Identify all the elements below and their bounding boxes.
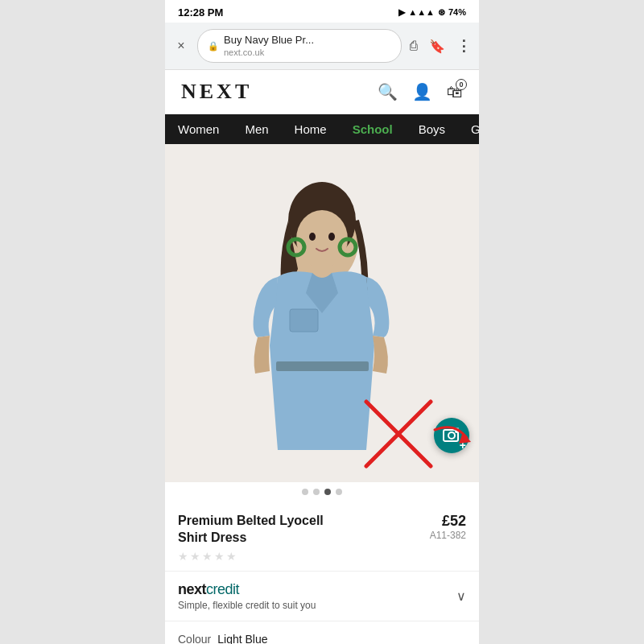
bookmark-icon[interactable]: 🔖 xyxy=(429,39,445,54)
status-icons: ▶ ▲▲▲ ⊛ 74% xyxy=(398,7,466,18)
image-dots xyxy=(165,482,479,502)
next-logo[interactable]: NEXT xyxy=(181,80,252,104)
nav-menu: Women Men Home School Boys Gir... xyxy=(165,114,479,144)
url-display: Buy Navy Blue Pr... next.co.uk xyxy=(224,34,391,58)
share-icon[interactable]: ⎙ xyxy=(410,39,418,53)
image-dot-2[interactable] xyxy=(313,489,320,495)
star-1: ★ xyxy=(178,550,188,563)
product-sku: A11-382 xyxy=(430,530,466,541)
next-credit-credit-part: credit xyxy=(206,581,239,597)
nav-item-home[interactable]: Home xyxy=(282,114,340,144)
nav-item-girls[interactable]: Gir... xyxy=(458,114,479,144)
svg-point-12 xyxy=(448,432,455,439)
product-price: £52 xyxy=(430,513,466,530)
browser-url-bar[interactable]: 🔒 Buy Navy Blue Pr... next.co.uk xyxy=(197,29,402,63)
star-4: ★ xyxy=(214,550,225,563)
next-credit-next-part: next xyxy=(178,581,206,597)
product-price-col: £52 A11-382 xyxy=(430,513,466,541)
star-5: ★ xyxy=(226,550,237,563)
svg-rect-5 xyxy=(290,309,318,332)
product-info: Premium Belted Lyocell Shirt Dress £52 A… xyxy=(165,502,479,572)
image-dot-1[interactable] xyxy=(302,489,308,495)
wifi-icon: ⊛ xyxy=(438,7,445,18)
browser-actions: ⎙ 🔖 ⋮ xyxy=(410,37,471,55)
svg-rect-6 xyxy=(276,361,369,371)
star-3: ★ xyxy=(202,550,213,563)
product-image[interactable]: + xyxy=(165,144,479,482)
nav-item-men[interactable]: Men xyxy=(232,114,281,144)
svg-point-9 xyxy=(309,233,316,241)
battery-icon: 74% xyxy=(448,7,466,17)
nav-item-school[interactable]: School xyxy=(340,114,406,144)
page-content: NEXT 🔍 👤 🛍 0 Women Men Home School Boys … xyxy=(165,70,479,644)
colour-label: Colour xyxy=(178,633,211,644)
colour-value: Light Blue xyxy=(217,633,267,644)
image-dot-4[interactable] xyxy=(336,489,342,495)
cart-icon-wrapper[interactable]: 🛍 0 xyxy=(447,83,463,101)
svg-point-10 xyxy=(328,233,335,241)
cart-badge: 0 xyxy=(456,79,467,90)
signal-icon: ▲▲▲ xyxy=(408,7,435,17)
site-header: NEXT 🔍 👤 🛍 0 xyxy=(165,70,479,114)
product-image-container: + xyxy=(165,144,479,502)
try-on-button[interactable]: + xyxy=(434,418,469,453)
product-title: Premium Belted Lyocell Shirt Dress xyxy=(178,513,351,547)
next-credit-bar[interactable]: nextcredit Simple, flexible credit to su… xyxy=(165,572,479,621)
browser-close-button[interactable]: × xyxy=(173,39,189,53)
browser-bar: × 🔒 Buy Navy Blue Pr... next.co.uk ⎙ 🔖 ⋮ xyxy=(165,23,479,70)
search-icon[interactable]: 🔍 xyxy=(378,82,398,101)
lock-icon: 🔒 xyxy=(208,41,219,52)
account-icon[interactable]: 👤 xyxy=(412,82,432,101)
play-icon: ▶ xyxy=(398,7,405,18)
next-credit-chevron[interactable]: ∨ xyxy=(456,588,466,604)
nav-item-women[interactable]: Women xyxy=(165,114,232,144)
next-credit-info: nextcredit Simple, flexible credit to su… xyxy=(178,581,316,611)
star-2: ★ xyxy=(190,550,200,563)
more-menu-icon[interactable]: ⋮ xyxy=(456,37,471,55)
product-stars: ★ ★ ★ ★ ★ xyxy=(178,550,466,563)
product-title-row: Premium Belted Lyocell Shirt Dress £52 A… xyxy=(178,513,466,547)
next-credit-description: Simple, flexible credit to suit you xyxy=(178,600,316,611)
header-icons: 🔍 👤 🛍 0 xyxy=(378,82,463,101)
status-bar: 12:28 PM ▶ ▲▲▲ ⊛ 74% xyxy=(165,0,479,23)
next-credit-logo: nextcredit xyxy=(178,581,316,598)
nav-item-boys[interactable]: Boys xyxy=(406,114,458,144)
colour-row: Colour Light Blue xyxy=(178,633,466,644)
image-dot-3[interactable] xyxy=(324,489,331,495)
status-time: 12:28 PM xyxy=(178,6,223,19)
colour-section: Colour Light Blue xyxy=(165,621,479,644)
svg-point-3 xyxy=(296,210,348,268)
